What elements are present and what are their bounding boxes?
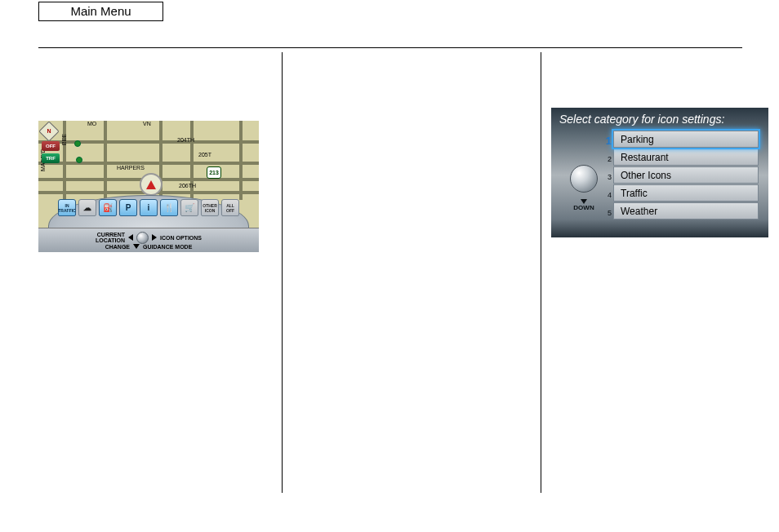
- restaurant-button[interactable]: 🍴: [160, 199, 178, 216]
- change-label: CHANGE: [105, 244, 130, 250]
- right-arrow-icon[interactable]: [152, 234, 157, 241]
- guidance-mode-label: GUIDANCE MODE: [143, 244, 192, 250]
- down-arrow-icon[interactable]: [133, 244, 140, 249]
- list-number: 2: [602, 150, 612, 168]
- selector-knob-icon[interactable]: [570, 165, 598, 193]
- in-traffic-button[interactable]: IN TRAFFIC: [58, 199, 76, 216]
- traffic-badge[interactable]: TRF: [42, 153, 60, 163]
- map-screenshot: HARPERS 204TH 205T 206TH MADRID BEE MO V…: [38, 121, 259, 252]
- poi-dot-icon: [74, 140, 81, 147]
- category-item-weather[interactable]: Weather: [613, 202, 759, 219]
- vehicle-position-icon: [140, 173, 162, 196]
- parking-button[interactable]: P: [119, 199, 137, 216]
- street-label: 204TH: [177, 137, 194, 143]
- route-shield: 213: [207, 166, 221, 179]
- control-strip: CURRENT LOCATION ICON OPTIONS CHANGE GUI…: [38, 228, 259, 252]
- street-label: VN: [143, 121, 151, 126]
- weather-button[interactable]: ☁: [78, 199, 96, 216]
- category-item-other-icons[interactable]: Other Icons: [613, 166, 759, 184]
- street-label: 206TH: [179, 183, 196, 188]
- down-label: DOWN: [573, 204, 594, 211]
- category-item-parking[interactable]: Parking: [613, 131, 759, 148]
- poi-dot-icon: [76, 157, 82, 163]
- compass-icon[interactable]: N: [38, 121, 59, 141]
- off-badge[interactable]: OFF: [42, 141, 60, 151]
- street-label: BEE: [61, 134, 67, 145]
- list-number: 5: [602, 204, 612, 222]
- list-number: 3: [602, 168, 612, 186]
- street-label: HARPERS: [117, 165, 145, 171]
- category-item-traffic[interactable]: Traffic: [613, 184, 759, 202]
- list-number: 4: [602, 186, 612, 204]
- list-number: 1: [602, 132, 612, 150]
- category-header: Select category for icon settings:: [559, 113, 724, 126]
- compass-letter: N: [42, 125, 56, 138]
- info-button[interactable]: i: [140, 199, 158, 216]
- left-arrow-icon[interactable]: [128, 234, 133, 241]
- current-location-label: CURRENT LOCATION: [96, 232, 125, 243]
- shopping-button[interactable]: 🛒: [180, 199, 198, 216]
- gas-button[interactable]: ⛽: [99, 199, 117, 216]
- header-divider: [38, 47, 742, 48]
- icon-options-label: ICON OPTIONS: [160, 235, 202, 241]
- other-icon-button[interactable]: OTHER ICON: [201, 199, 219, 216]
- category-screenshot: Select category for icon settings: DOWN …: [551, 108, 768, 237]
- all-off-button[interactable]: ALL OFF: [221, 199, 239, 216]
- category-item-restaurant[interactable]: Restaurant: [613, 149, 759, 166]
- number-column: 1 2 3 4 5: [602, 132, 612, 222]
- street-label: MO: [87, 121, 96, 126]
- page-title: Main Menu: [38, 2, 163, 21]
- street-label: 205T: [198, 152, 211, 157]
- joystick-icon[interactable]: [136, 232, 149, 244]
